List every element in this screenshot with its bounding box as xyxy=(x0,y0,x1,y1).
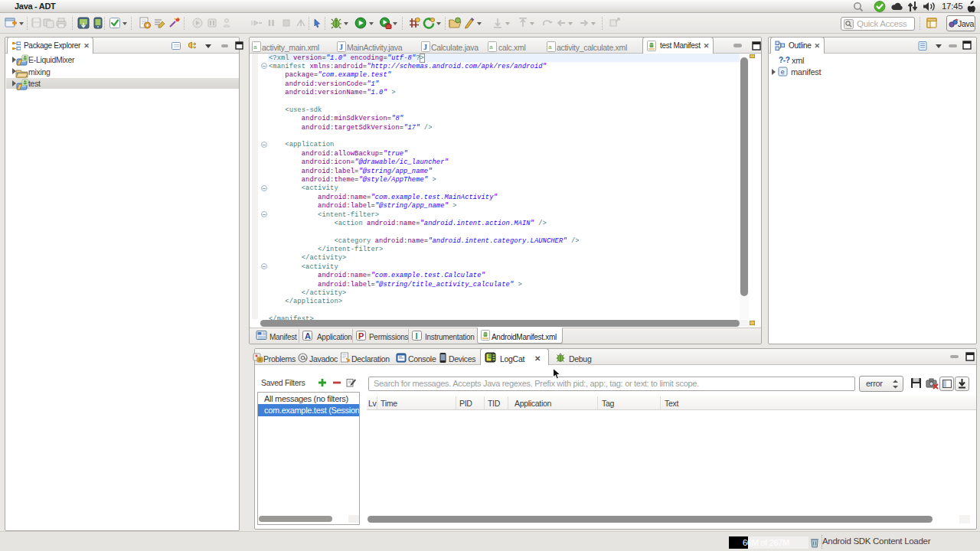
svg-text:a: a xyxy=(253,44,257,51)
svg-text:A: A xyxy=(305,331,311,341)
svg-text:a: a xyxy=(489,44,493,51)
svg-text:J: J xyxy=(423,43,427,51)
svg-text:J: J xyxy=(339,43,343,51)
svg-text:a: a xyxy=(548,44,552,51)
svg-text:I: I xyxy=(416,331,418,341)
svg-text:P: P xyxy=(358,331,364,341)
svg-text:e: e xyxy=(781,69,785,77)
